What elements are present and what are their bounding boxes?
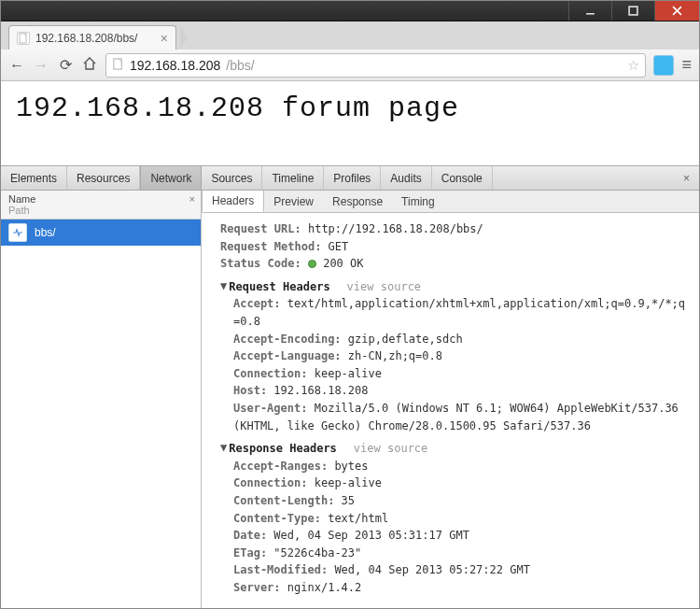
accept-ranges-key: Accept-Ranges: — [233, 460, 328, 473]
page-icon — [112, 58, 124, 73]
devtools-tab-network[interactable]: Network — [140, 166, 202, 190]
devtools-panel: Elements Resources Network Sources Timel… — [1, 165, 699, 609]
url-path: /bbs/ — [226, 58, 254, 73]
accept-language-key: Accept-Language: — [233, 349, 342, 362]
resp-connection-key: Connection: — [233, 476, 307, 489]
devtools-tab-audits[interactable]: Audits — [381, 166, 431, 190]
accept-value: text/html,application/xhtml+xml,applicat… — [233, 297, 685, 328]
browser-tab[interactable]: 192.168.18.208/bbs/ × — [8, 25, 176, 50]
subtab-preview[interactable]: Preview — [264, 191, 323, 212]
status-dot-icon — [308, 260, 316, 268]
content-type-key: Content-Type: — [233, 512, 321, 525]
accept-key: Accept: — [233, 297, 281, 310]
etag-value: "5226c4ba-23" — [273, 546, 361, 559]
subtab-timing[interactable]: Timing — [392, 191, 444, 212]
favicon-icon — [17, 32, 30, 45]
close-button[interactable] — [654, 1, 699, 21]
view-source-link[interactable]: view source — [347, 280, 421, 293]
window-titlebar — [1, 1, 699, 21]
server-key: Server: — [233, 581, 281, 594]
view-source-link-resp[interactable]: view source — [354, 442, 427, 455]
user-agent-key: User-Agent: — [233, 402, 307, 415]
network-list-header: Name Path × — [1, 191, 201, 220]
devtools-tab-profiles[interactable]: Profiles — [324, 166, 381, 190]
status-code-key: Status Code: — [220, 257, 301, 270]
devtools-tab-sources[interactable]: Sources — [202, 166, 262, 190]
devtools-tabs: Elements Resources Network Sources Timel… — [1, 166, 699, 191]
request-url-key: Request URL: — [220, 222, 301, 235]
url-host: 192.168.18.208 — [130, 58, 220, 73]
devtools-tab-elements[interactable]: Elements — [1, 166, 67, 190]
server-value: nginx/1.4.2 — [287, 581, 361, 594]
accept-ranges-value: bytes — [334, 460, 368, 473]
devtools-tab-resources[interactable]: Resources — [67, 166, 140, 190]
detail-subtabs: Headers Preview Response Timing — [202, 191, 699, 213]
new-tab-button[interactable] — [180, 25, 188, 50]
last-modified-value: Wed, 04 Sep 2013 05:27:22 GMT — [334, 563, 530, 576]
tab-close-icon[interactable]: × — [161, 31, 168, 46]
request-method-key: Request Method: — [220, 240, 321, 253]
headers-pane[interactable]: Request URL: http://192.168.18.208/bbs/ … — [202, 213, 699, 609]
col-path: Path — [8, 205, 193, 216]
host-key: Host: — [233, 384, 267, 397]
network-row[interactable]: bbs/ — [1, 220, 201, 246]
page-heading: 192.168.18.208 forum page — [16, 92, 684, 124]
date-value: Wed, 04 Sep 2013 05:31:17 GMT — [273, 529, 469, 542]
svg-rect-1 — [629, 7, 637, 15]
response-headers-section[interactable]: ▼Response Headersview source — [220, 440, 688, 458]
browser-toolbar: ← → ⟳ 192.168.18.208/bbs/ ☆ ≡ — [1, 50, 699, 81]
forward-button[interactable]: → — [33, 57, 49, 74]
content-type-value: text/html — [328, 512, 388, 525]
host-value: 192.168.18.208 — [273, 384, 368, 397]
req-connection-key: Connection: — [233, 367, 307, 380]
minimize-button[interactable] — [568, 1, 611, 21]
content-length-key: Content-Length: — [233, 494, 334, 507]
req-connection-value: keep-alive — [315, 367, 382, 380]
devtools-close-icon[interactable]: × — [674, 166, 699, 190]
date-key: Date: — [233, 529, 267, 542]
tab-title: 192.168.18.208/bbs/ — [35, 32, 137, 45]
network-row-name: bbs/ — [35, 226, 56, 239]
maximize-button[interactable] — [611, 1, 654, 21]
request-headers-section[interactable]: ▼Request Headersview source — [220, 278, 688, 296]
request-url-value: http://192.168.18.208/bbs/ — [308, 222, 483, 235]
back-button[interactable]: ← — [8, 57, 25, 74]
browser-menu-icon[interactable]: ≡ — [681, 55, 692, 75]
address-bar[interactable]: 192.168.18.208/bbs/ ☆ — [105, 53, 646, 78]
subtab-headers[interactable]: Headers — [202, 191, 264, 212]
etag-key: ETag: — [233, 546, 267, 559]
home-button[interactable] — [81, 56, 98, 75]
resource-thumbnail-icon — [8, 223, 27, 242]
accept-language-value: zh-CN,zh;q=0.8 — [348, 349, 442, 362]
subtab-response[interactable]: Response — [323, 191, 392, 212]
request-method-value: GET — [329, 240, 349, 253]
bookmark-star-icon[interactable]: ☆ — [627, 57, 639, 74]
accept-encoding-key: Accept-Encoding: — [233, 333, 342, 346]
resp-connection-value: keep-alive — [315, 476, 382, 489]
devtools-tab-timeline[interactable]: Timeline — [262, 166, 324, 190]
browser-tab-strip: 192.168.18.208/bbs/ × — [1, 21, 699, 50]
close-sidebar-icon[interactable]: × — [189, 193, 195, 205]
extension-button[interactable] — [653, 55, 674, 76]
content-length-value: 35 — [342, 494, 355, 507]
col-name: Name — [8, 193, 193, 205]
network-details: Headers Preview Response Timing Request … — [202, 191, 699, 609]
network-request-list: Name Path × bbs/ — [1, 191, 202, 609]
reload-button[interactable]: ⟳ — [57, 56, 74, 74]
page-content: 192.168.18.208 forum page — [1, 81, 699, 165]
devtools-tab-console[interactable]: Console — [432, 166, 493, 190]
accept-encoding-value: gzip,deflate,sdch — [348, 333, 463, 346]
last-modified-key: Last-Modified: — [233, 563, 328, 576]
status-code-value: 200 OK — [323, 257, 363, 270]
